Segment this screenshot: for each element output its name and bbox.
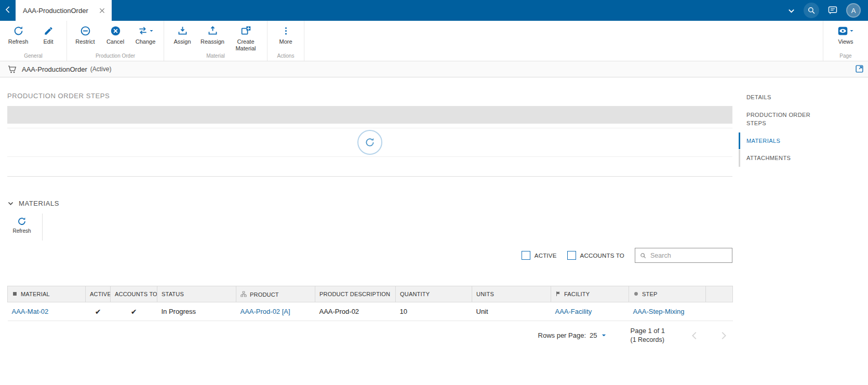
product-link[interactable]: AAA-Prod-02 [A] xyxy=(241,308,290,315)
column-header-quantity[interactable]: QUANTITY xyxy=(396,286,472,302)
steps-loading-skeleton xyxy=(7,106,732,124)
anchor-item-materials[interactable]: MATERIALS xyxy=(739,132,822,150)
topbar-dropdown-button[interactable] xyxy=(787,7,795,15)
anchor-item-details[interactable]: DETAILS xyxy=(739,89,822,106)
refresh-icon xyxy=(13,24,24,37)
materials-filter-row: ACTIVE ACCOUNTS TO xyxy=(7,248,732,263)
group-label-actions: Actions xyxy=(271,53,301,61)
chevron-down-icon[interactable] xyxy=(7,200,14,207)
anchor-item-attachments[interactable]: ATTACHMENTS xyxy=(739,150,822,167)
materials-section-header[interactable]: MATERIALS xyxy=(7,200,732,207)
views-label: Views xyxy=(838,38,853,45)
create-material-button[interactable]: Create Material xyxy=(228,21,264,53)
chat-button[interactable] xyxy=(827,5,838,16)
chevron-down-icon[interactable] xyxy=(601,333,607,338)
no-entry-icon xyxy=(80,24,91,37)
materials-search-input[interactable] xyxy=(650,252,728,259)
top-bar: AAA-ProductionOrder A xyxy=(0,0,868,21)
hierarchy-icon xyxy=(241,291,247,297)
accounts-to-checkbox[interactable] xyxy=(567,251,576,260)
check-icon: ✔ xyxy=(131,308,137,316)
back-button[interactable] xyxy=(0,0,16,21)
anchor-navigation: DETAILS PRODUCTION ORDER STEPS MATERIALS… xyxy=(732,77,868,384)
next-page-icon[interactable] xyxy=(718,330,729,341)
chevron-down-icon xyxy=(787,7,795,15)
column-header-step[interactable]: STEP xyxy=(629,286,706,302)
page-count: Page 1 of 1 xyxy=(631,326,665,336)
table-header-row: MATERIAL ACTIVE ACCOUNTS TO STATUS PRODU… xyxy=(8,286,733,302)
chevron-left-icon xyxy=(4,5,12,16)
column-header-active[interactable]: ACTIVE xyxy=(86,286,111,302)
column-header-material[interactable]: MATERIAL xyxy=(8,286,86,302)
avatar[interactable]: A xyxy=(846,3,861,18)
loading-row xyxy=(7,156,732,176)
materials-search-box xyxy=(635,248,732,263)
material-link[interactable]: AAA-Mat-02 xyxy=(12,308,49,315)
materials-refresh-button[interactable]: Refresh xyxy=(7,214,36,241)
views-button[interactable]: Views xyxy=(831,21,861,53)
toolbar-group-production-order: Restrict Cancel Change Production Order xyxy=(67,21,164,61)
search-button[interactable] xyxy=(804,3,819,18)
page-info: Page 1 of 1 (1 Records) xyxy=(631,326,665,345)
cell-active: ✔ xyxy=(86,302,111,321)
active-filter[interactable]: ACTIVE xyxy=(522,251,557,260)
active-checkbox[interactable] xyxy=(522,251,530,260)
group-label-page: Page xyxy=(831,53,861,61)
cell-accounts-to: ✔ xyxy=(111,302,157,321)
cancel-button[interactable]: Cancel xyxy=(100,21,130,53)
materials-table: MATERIAL ACTIVE ACCOUNTS TO STATUS PRODU… xyxy=(7,286,733,321)
main-content: PRODUCTION ORDER STEPS MATERIALS xyxy=(0,77,732,384)
toolbar-group-actions: More Actions xyxy=(268,21,304,61)
ellipsis-vertical-icon xyxy=(281,24,291,37)
tab-close-icon[interactable] xyxy=(97,6,106,15)
assign-button[interactable]: Assign xyxy=(167,21,197,53)
materials-refresh-label: Refresh xyxy=(12,228,31,234)
chevron-down-icon[interactable] xyxy=(849,29,854,33)
shopping-cart-icon xyxy=(7,64,17,74)
cell-facility: AAA-Facility xyxy=(551,302,629,321)
column-header-facility[interactable]: FACILITY xyxy=(551,286,629,302)
column-header-accounts-to[interactable]: ACCOUNTS TO xyxy=(111,286,157,302)
column-header-product-description[interactable]: PRODUCT DESCRIPTION xyxy=(315,286,396,302)
avatar-letter: A xyxy=(851,7,856,15)
change-button[interactable]: Change xyxy=(130,21,161,53)
reassign-button[interactable]: Reassign xyxy=(197,21,228,53)
accounts-to-filter-label: ACCOUNTS TO xyxy=(580,253,624,259)
previous-page-icon[interactable] xyxy=(689,330,700,341)
facility-link[interactable]: AAA-Facility xyxy=(555,308,592,315)
column-header-units[interactable]: UNITS xyxy=(472,286,551,302)
more-button[interactable]: More xyxy=(271,21,301,53)
step-link[interactable]: AAA-Step-Mixing xyxy=(633,308,685,315)
refresh-icon xyxy=(365,137,375,148)
refresh-icon xyxy=(17,216,26,227)
eye-icon xyxy=(837,25,848,36)
restrict-button[interactable]: Restrict xyxy=(70,21,100,53)
cancel-label: Cancel xyxy=(106,38,124,45)
edit-button[interactable]: Edit xyxy=(33,21,63,53)
search-icon xyxy=(807,6,816,15)
cell-units: Unit xyxy=(472,302,551,321)
record-title: AAA-ProductionOrder xyxy=(22,65,87,73)
steps-section-heading: PRODUCTION ORDER STEPS xyxy=(7,92,732,100)
rows-per-page-selector[interactable]: Rows per Page:25 xyxy=(538,331,607,339)
loading-spinner xyxy=(357,130,382,155)
refresh-label: Refresh xyxy=(8,38,29,45)
tab-title: AAA-ProductionOrder xyxy=(23,7,88,15)
accounts-to-filter[interactable]: ACCOUNTS TO xyxy=(567,251,624,260)
records-count: (1 Records) xyxy=(631,336,665,345)
create-material-label: Create Material xyxy=(228,38,264,51)
tab-production-order[interactable]: AAA-ProductionOrder xyxy=(16,0,112,21)
chevron-down-icon[interactable] xyxy=(149,29,154,33)
group-label-general: General xyxy=(3,53,63,61)
column-header-product[interactable]: PRODUCT xyxy=(236,286,315,302)
cell-empty xyxy=(706,302,733,321)
column-header-status[interactable]: STATUS xyxy=(157,286,236,302)
table-row[interactable]: AAA-Mat-02 ✔ ✔ In Progress AAA-Prod-02 [… xyxy=(8,302,733,321)
reassign-label: Reassign xyxy=(201,38,224,45)
expand-icon[interactable] xyxy=(855,64,864,73)
arrow-down-tray-icon xyxy=(177,24,188,37)
anchor-item-production-order-steps[interactable]: PRODUCTION ORDER STEPS xyxy=(739,107,822,132)
x-circle-icon xyxy=(110,24,121,37)
cell-quantity: 10 xyxy=(396,302,472,321)
refresh-button[interactable]: Refresh xyxy=(3,21,33,53)
